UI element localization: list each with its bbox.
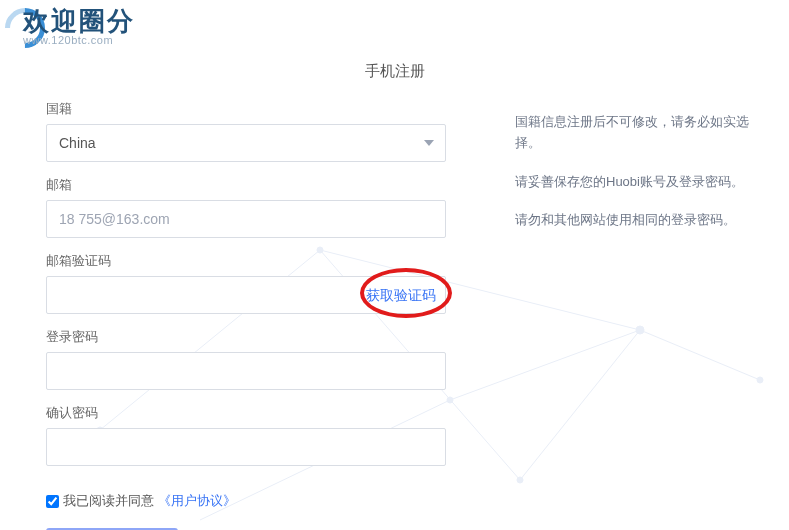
nationality-select[interactable] <box>46 124 446 162</box>
confirm-password-input[interactable] <box>46 428 446 466</box>
email-label: 邮箱 <box>46 176 446 194</box>
tab-header: 手机注册 <box>0 58 789 85</box>
password-input[interactable] <box>46 352 446 390</box>
info-line-2: 请妥善保存您的Huobi账号及登录密码。 <box>515 172 765 193</box>
confirm-password-label: 确认密码 <box>46 404 446 422</box>
info-line-1: 国籍信息注册后不可修改，请务必如实选择。 <box>515 112 765 154</box>
agree-text: 我已阅读并同意 <box>63 492 154 510</box>
email-field[interactable]: 18 755@163.com <box>46 200 446 238</box>
svg-point-8 <box>517 477 523 483</box>
svg-line-4 <box>640 330 760 380</box>
logo: 欢迎圈分 www.120btc.com <box>5 8 135 46</box>
info-panel: 国籍信息注册后不可修改，请务必如实选择。 请妥善保存您的Huobi账号及登录密码… <box>515 112 765 249</box>
email-value: 18 755@163.com <box>59 211 170 227</box>
tab-phone-register[interactable]: 手机注册 <box>363 58 427 85</box>
svg-line-5 <box>450 330 640 400</box>
svg-point-10 <box>447 397 453 403</box>
svg-point-11 <box>757 377 763 383</box>
agree-checkbox[interactable] <box>46 495 59 508</box>
nationality-value[interactable] <box>46 124 446 162</box>
get-code-button[interactable]: 获取验证码 <box>366 276 436 314</box>
password-label: 登录密码 <box>46 328 446 346</box>
svg-line-3 <box>520 330 640 480</box>
info-line-3: 请勿和其他网站使用相同的登录密码。 <box>515 210 765 231</box>
code-label: 邮箱验证码 <box>46 252 446 270</box>
nationality-label: 国籍 <box>46 100 446 118</box>
svg-point-9 <box>636 326 644 334</box>
logo-title: 欢迎圈分 <box>23 8 135 34</box>
register-form: 国籍 邮箱 18 755@163.com 邮箱验证码 获取验证码 登录密码 确认… <box>46 100 446 530</box>
user-agreement-link[interactable]: 《用户协议》 <box>158 492 236 510</box>
